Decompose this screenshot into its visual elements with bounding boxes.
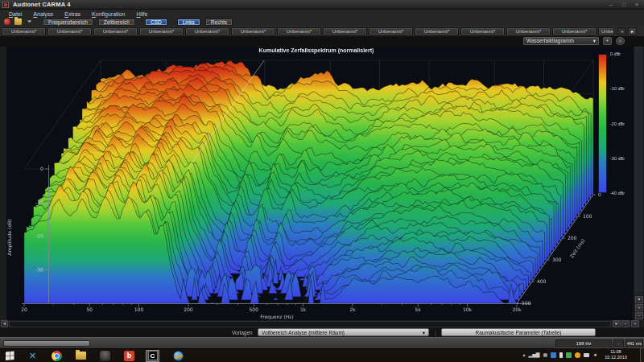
menu-analyse[interactable]: Analyse [27,11,59,17]
tab-unbenannt[interactable]: Unbenannt* [47,27,92,35]
tab-unbenannt[interactable]: Unbenannt* [552,27,597,35]
clock-date: 10.12.2013 [599,355,633,360]
menu-bar: Datei Analyse Extras Konfiguration Hilfe [0,10,644,18]
tab-unbenannt[interactable]: Unbenannt* [369,27,413,35]
record-icon[interactable] [4,19,10,25]
show-desktop-button[interactable] [640,348,644,362]
toolbar-button[interactable]: Frequenzbereich [43,19,93,26]
view-type-label: Wasserfalldiagramm [526,38,574,44]
status-meter [3,340,90,347]
tray-phone-icon[interactable] [559,352,563,358]
colorbar-tick-label: -30 dBr [610,156,625,161]
tray-orange-app-icon[interactable] [575,352,580,358]
tab-scroll-right-icon[interactable]: ▸ [628,27,637,35]
carma-logo-icon: C [148,351,158,360]
scroll-right-icon[interactable]: ▸ [613,320,621,327]
tab-unbenannt[interactable]: Unbenannt* [139,27,184,35]
chevron-down-icon: ▾ [593,38,596,44]
zoom-in-horizontal-icon[interactable]: + [631,320,639,327]
tray-green-app-icon[interactable] [566,352,572,358]
taskbar-b-app-icon[interactable]: b [124,351,134,361]
tab-unbenannt[interactable]: Unbenannt* [323,27,367,35]
taskbar-clock[interactable]: 11:08 10.12.2013 [599,349,633,360]
footer-separator: | [435,330,436,335]
tab-unbenannt[interactable]: Unbenannt* [93,27,138,35]
taskbar-browser-icon[interactable] [173,351,184,361]
view-type-dropdown[interactable]: Wasserfalldiagramm ▾ [523,37,599,45]
taskbar-carma-icon-active[interactable]: C [146,350,159,362]
tab-bar: Unbenannt* Unbenannt* Unbenannt* Unbenan… [0,26,644,36]
toolbar-button[interactable]: Zeitbereich [98,19,135,26]
open-folder-icon[interactable] [14,19,22,25]
taskbar-chrome-icon[interactable] [52,351,62,361]
taskbar-xbox-icon[interactable]: ✕ [27,351,38,361]
menu-konfiguration[interactable]: Konfiguration [86,11,130,17]
battery-icon[interactable] [584,353,589,357]
cursor-time-readout: 441 ms [625,339,643,348]
maximize-button[interactable]: □ [620,1,628,8]
title-bar: Audionet CARMA 4 – □ × [0,0,644,10]
room-parameters-button[interactable]: Raumakustische Parameter (Tabelle) [441,328,596,336]
filter-icon[interactable]: ⏷ [26,19,33,25]
system-tray: ▴ ▂▅▇ ▦ ◄ [523,351,597,359]
menu-hilfe[interactable]: Hilfe [130,11,153,17]
minimize-button[interactable]: – [607,1,615,8]
toolbar-button[interactable]: Links [177,19,200,26]
tab-scroll-left-icon[interactable]: ◂ [617,27,626,35]
chart-title: Kumulative Zerfallsspektrum (normalisier… [6,47,626,53]
zoom-out-horizontal-icon[interactable]: − [621,320,630,327]
zoom-in-vertical-icon[interactable]: + [635,304,643,311]
colorbar [598,54,607,193]
scroll-down-icon[interactable]: ▾ [635,296,643,303]
colorbar-tick-label: -10 dBr [610,86,625,91]
window-title: Audionet CARMA 4 [13,1,71,8]
gear-icon[interactable]: ☼ [616,37,625,45]
menu-datei[interactable]: Datei [3,11,27,17]
cursor-frequency-readout: 198 Hz [555,339,612,348]
tray-expand-icon[interactable]: ▴ [523,351,526,359]
toolbar-button[interactable]: CSD [145,19,167,26]
view-bar: Wasserfalldiagramm ▾ + ☼ [0,36,644,47]
speaker-icon[interactable]: ◄ [592,351,597,359]
start-button[interactable] [6,351,14,360]
preset-row: Vorlagen Vollbereich Analyse (mittlere R… [0,327,644,337]
tab-unbenannt[interactable]: Unbenannt* [2,27,46,35]
colorbar-tick-label: 0 dBr [610,51,621,56]
zoom-out-vertical-icon[interactable]: − [635,312,643,319]
tab-unbenannt-clipped[interactable]: Unbenannt* [598,27,614,35]
scroll-left-icon[interactable]: ◂ [1,320,8,327]
tab-unbenannt[interactable]: Unbenannt* [460,27,505,35]
network-signal-icon[interactable]: ▂▅▇ [529,351,540,359]
horizontal-scrollbar[interactable] [9,321,611,327]
desktop-screen: Audionet CARMA 4 – □ × Datei Analyse Ext… [0,0,644,362]
colorbar-tick-label: -20 dBr [610,121,625,126]
status-bar: 198 Hz - 441 ms [0,337,644,348]
preset-dropdown[interactable]: Vollbereich Analyse (mittlere Räum) ▾ [258,328,429,336]
app-icon [2,2,9,8]
taskbar-game-icon[interactable] [100,351,110,361]
tab-unbenannt[interactable]: Unbenannt* [506,27,551,35]
vertical-scrollbar-thumb[interactable] [636,47,642,293]
tab-unbenannt[interactable]: Unbenannt* [185,27,229,35]
waterfall-chart[interactable] [0,0,644,362]
close-button[interactable]: × [633,1,641,8]
status-combo[interactable]: - [613,339,624,348]
preset-label: Vollbereich Analyse (mittlere Räum) [262,329,345,335]
tab-unbenannt[interactable]: Unbenannt* [277,27,321,35]
toolbar-button[interactable]: Rechts [205,19,233,26]
vorlagen-label: Vorlagen [232,330,253,335]
taskbar-explorer-icon[interactable] [76,352,86,360]
tab-unbenannt[interactable]: Unbenannt* [231,27,275,35]
menu-extras[interactable]: Extras [59,11,86,17]
chevron-down-icon: ▾ [423,329,425,335]
tray-grid-icon[interactable]: ▦ [543,351,547,359]
toolbar: ⏷ Frequenzbereich Zeitbereich CSD Links … [0,18,644,26]
colorbar-tick-label: -40 dBr [610,191,625,195]
clock-time: 11:08 [599,349,633,355]
pan-move-icon[interactable]: + [603,37,612,45]
tray-blue-app-icon[interactable] [551,352,556,358]
tab-unbenannt[interactable]: Unbenannt* [415,27,459,35]
